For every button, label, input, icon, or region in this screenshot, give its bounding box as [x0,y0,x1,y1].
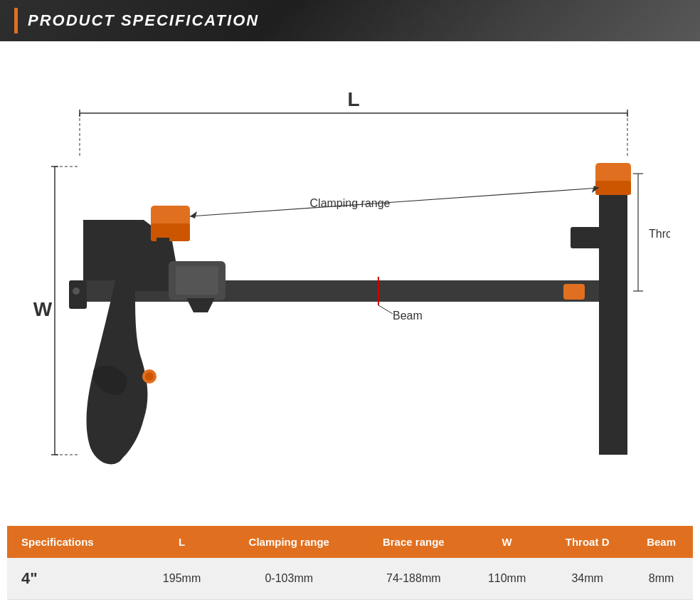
cell-W: 110mm [469,558,545,600]
svg-marker-30 [190,211,197,218]
svg-rect-23 [571,227,603,248]
svg-line-29 [190,188,599,216]
svg-text:W: W [33,298,53,320]
svg-text:L: L [347,88,359,110]
cell-throat-d: 34mm [545,558,630,600]
table-area: Specifications L Clamping range Brace ra… [0,526,700,607]
col-header-beam: Beam [630,526,693,558]
svg-rect-26 [595,181,631,195]
header-banner: PRODUCT SPECIFICATION [0,0,700,41]
cell-beam: 8mm [630,558,693,600]
svg-rect-22 [157,238,169,284]
svg-rect-24 [563,284,585,300]
svg-text:Throat D: Throat D [649,228,670,240]
svg-rect-16 [69,280,87,309]
svg-line-15 [378,305,393,314]
header-title: PRODUCT SPECIFICATION [28,11,259,30]
header-accent [14,8,18,33]
svg-rect-28 [176,266,218,295]
col-header-W: W [469,526,545,558]
col-header-L: L [144,526,220,558]
svg-text:Beam: Beam [393,310,423,322]
col-header-clamping-range: Clamping range [220,526,358,558]
col-header-specifications: Specifications [7,526,144,558]
col-header-throat-d: Throat D [545,526,630,558]
cell-spec: 4" [7,558,144,600]
svg-point-17 [73,287,80,295]
cell-clamping-range: 0-103mm [220,558,358,600]
col-header-brace-range: Brace range [359,526,470,558]
specifications-table: Specifications L Clamping range Brace ra… [7,526,693,600]
table-header-row: Specifications L Clamping range Brace ra… [7,526,693,558]
svg-point-19 [145,372,154,381]
cell-brace-range: 74-188mm [359,558,470,600]
table-row: 4" 195mm 0-103mm 74-188mm 110mm 34mm 8mm [7,558,693,600]
svg-text:Clamping range: Clamping range [310,197,391,209]
diagram-area: L W Beam [0,41,700,526]
page-wrapper: PRODUCT SPECIFICATION L W [0,0,700,607]
product-diagram: L W Beam [30,67,670,508]
cell-L: 195mm [144,558,220,600]
